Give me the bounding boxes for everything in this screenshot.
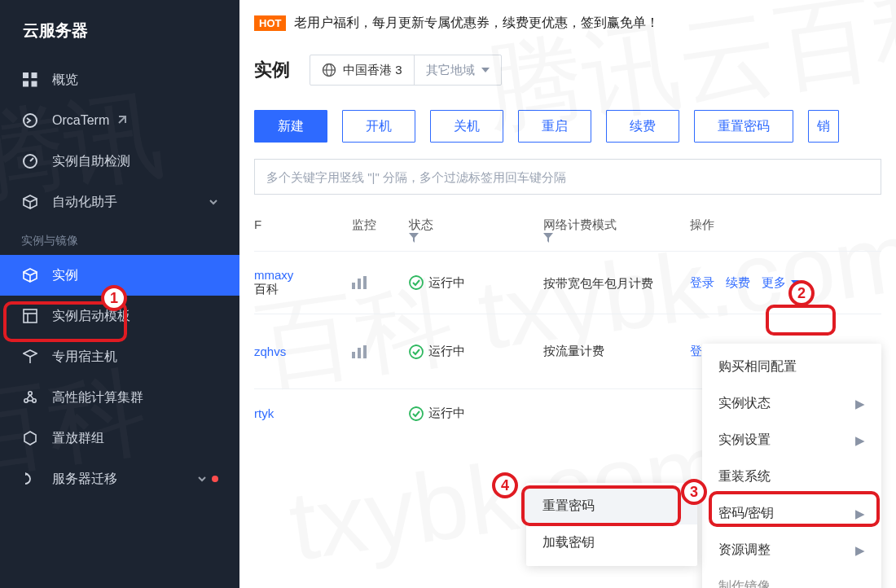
th-status[interactable]: 状态	[409, 217, 543, 243]
dd-resource-adjust[interactable]: 资源调整 ▶	[702, 532, 881, 568]
instance-name[interactable]: rtyk	[254, 406, 352, 420]
op-more[interactable]: 更多	[762, 275, 799, 291]
dd-label: 制作镜像	[718, 578, 771, 588]
sidebar-item-label: 置放群组	[52, 430, 104, 447]
svg-rect-6	[24, 309, 37, 323]
sidebar-item-orcaterm[interactable]: OrcaTerm	[0, 100, 239, 141]
dd-label: 重装系统	[718, 468, 771, 485]
stop-button[interactable]: 关机	[430, 110, 503, 143]
svg-rect-16	[352, 283, 355, 289]
sidebar-item-launch-template[interactable]: 实例启动模板	[0, 296, 239, 336]
dd-label: 重置密码	[542, 498, 595, 515]
op-more-label: 更多	[762, 275, 786, 291]
filter-icon[interactable]	[409, 233, 543, 243]
dd-label: 密码/密钥	[718, 505, 774, 522]
op-login-cut[interactable]: 登	[690, 344, 702, 358]
th-monitor: 监控	[352, 217, 409, 243]
dd-reset-password[interactable]: 重置密码	[526, 488, 697, 524]
svg-point-24	[410, 407, 423, 420]
host-icon	[21, 348, 39, 366]
op-renew[interactable]: 续费	[726, 275, 750, 289]
status-text: 运行中	[428, 344, 465, 359]
chevron-right-icon: ▶	[855, 507, 865, 521]
password-key-submenu: 重置密码 加载密钥	[526, 483, 697, 566]
monitor-icon[interactable]	[352, 276, 409, 289]
status-running-icon	[409, 344, 428, 359]
svg-point-10	[24, 399, 28, 402]
restart-button[interactable]: 重启	[518, 110, 591, 143]
sidebar-item-label: 实例	[52, 267, 78, 284]
svg-rect-3	[32, 81, 37, 87]
svg-rect-22	[363, 345, 367, 358]
template-icon	[21, 307, 39, 325]
search-box[interactable]	[254, 159, 881, 195]
action-toolbar: 新建 开机 关机 重启 续费 重置密码 销	[239, 100, 896, 154]
status-text: 运行中	[428, 275, 465, 291]
status-running-icon	[409, 275, 428, 290]
instance-name[interactable]: mmaxy	[254, 268, 352, 282]
chevron-down-icon	[197, 474, 207, 484]
dd-load-key[interactable]: 加载密钥	[526, 524, 697, 561]
sidebar-item-label: 实例自助检测	[52, 153, 130, 170]
table-row: mmaxy 百科 运行中 按带宽包年包月计费 登录 续费	[254, 252, 881, 314]
sidebar: 腾讯 百科 云服务器 概览 OrcaTerm 实例自助检测	[0, 0, 239, 588]
sidebar-group-label: 实例与镜像	[0, 222, 239, 255]
chevron-down-icon	[209, 197, 218, 207]
more-action-button-cut[interactable]: 销	[808, 110, 839, 143]
hex-icon	[21, 429, 39, 447]
search-input[interactable]	[266, 170, 869, 184]
monitor-icon[interactable]	[352, 345, 409, 358]
dd-password-key[interactable]: 密码/密钥 ▶	[702, 495, 881, 532]
region-current[interactable]: 中国香港 3	[310, 55, 415, 85]
svg-rect-17	[358, 279, 361, 289]
cube-icon	[21, 193, 39, 211]
dd-buy-same-config[interactable]: 购买相同配置	[702, 349, 881, 385]
sidebar-title: 云服务器	[0, 0, 239, 59]
dd-create-image[interactable]: 制作镜像	[702, 568, 881, 588]
status-running-icon	[409, 406, 428, 421]
table-header: F 监控 状态 网络计费模式 操作	[254, 209, 881, 252]
dd-instance-state[interactable]: 实例状态 ▶	[702, 385, 881, 422]
dd-instance-settings[interactable]: 实例设置 ▶	[702, 422, 881, 459]
start-button[interactable]: 开机	[342, 110, 415, 143]
sidebar-item-placement-group[interactable]: 置放群组	[0, 418, 239, 459]
box-icon	[21, 266, 39, 284]
caret-down-icon	[791, 280, 799, 285]
region-value: 中国香港 3	[343, 63, 402, 78]
dd-reinstall-system[interactable]: 重装系统	[702, 459, 881, 495]
more-dropdown: 购买相同配置 实例状态 ▶ 实例设置 ▶ 重装系统 密码/密钥 ▶ 资源调整 ▶	[702, 344, 881, 588]
terminal-icon	[21, 112, 39, 129]
promo-banner[interactable]: HOT 老用户福利，每月更新专属优惠券，续费更优惠，签到赢免单！	[239, 0, 896, 43]
svg-point-23	[410, 345, 423, 358]
dd-label: 资源调整	[718, 542, 771, 559]
billing-text: 按带宽包年包月计费	[543, 274, 690, 292]
new-button[interactable]: 新建	[254, 110, 327, 143]
sidebar-item-label: 概览	[52, 72, 78, 89]
billing-text: 按流量计费	[543, 344, 690, 359]
sidebar-item-automation[interactable]: 自动化助手	[0, 182, 239, 222]
filter-icon[interactable]	[543, 233, 690, 243]
sidebar-item-migration[interactable]: 服务器迁移	[0, 459, 239, 499]
banner-text: 老用户福利，每月更新专属优惠券，续费更优惠，签到赢免单！	[294, 15, 659, 32]
dd-label: 加载密钥	[542, 534, 595, 551]
sidebar-item-hpc-cluster[interactable]: 高性能计算集群	[0, 377, 239, 418]
svg-rect-21	[358, 348, 361, 358]
dd-label: 实例状态	[718, 395, 771, 412]
gauge-icon	[21, 152, 39, 170]
globe-icon	[322, 63, 336, 77]
renew-button[interactable]: 续费	[606, 110, 679, 143]
page-title: 实例	[254, 58, 290, 82]
reset-password-button[interactable]: 重置密码	[694, 110, 793, 143]
region-other[interactable]: 其它地域	[415, 55, 501, 85]
migrate-icon	[21, 470, 39, 488]
sidebar-item-overview[interactable]: 概览	[0, 59, 239, 100]
sidebar-item-self-check[interactable]: 实例自助检测	[0, 141, 239, 182]
op-login[interactable]: 登录	[690, 275, 714, 289]
svg-rect-1	[32, 72, 37, 78]
th-billing[interactable]: 网络计费模式	[543, 217, 690, 243]
external-link-icon	[116, 115, 127, 126]
region-picker[interactable]: 中国香港 3 其它地域	[310, 55, 502, 86]
instance-name[interactable]: zqhvs	[254, 344, 352, 358]
sidebar-item-dedicated-host[interactable]: 专用宿主机	[0, 336, 239, 377]
sidebar-item-instance[interactable]: 实例	[0, 255, 239, 296]
